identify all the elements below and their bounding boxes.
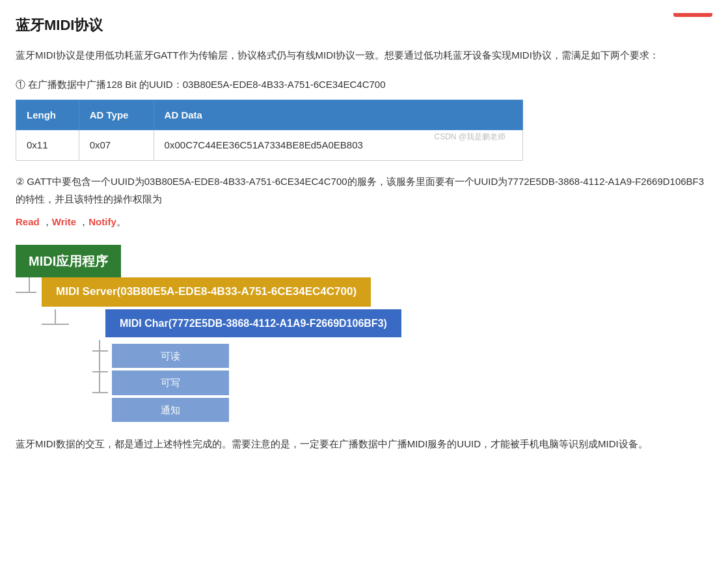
step1-label: ① 在广播数据中广播128 Bit 的UUID：03B80E5A-EDE8-4B…: [16, 76, 712, 93]
cell-addata: 0x00C7C44EE36C51A7334BE8Ed5A0EB803 CSDN …: [154, 130, 522, 161]
footer-text: 蓝牙MIDI数据的交互，都是通过上述特性完成的。需要注意的是，一定要在广播数据中…: [16, 435, 712, 453]
perm-box-notify: 通知: [112, 398, 229, 423]
perm-box-write: 可写: [112, 370, 229, 395]
midi-diagram: MIDI应用程序 MIDI Server(03B80E5A-EDE8-: [16, 245, 712, 423]
comma2: ，: [76, 216, 88, 227]
perm-box-read: 可读: [112, 344, 229, 369]
midi-char-box: MIDI Char(7772E5DB-3868-4112-A1A9-F2669D…: [105, 309, 401, 337]
table-header-length: Lengh: [16, 100, 79, 130]
comma1: ，: [40, 216, 52, 227]
perm-write: Write: [52, 216, 76, 227]
midi-app-box: MIDI应用程序: [16, 245, 121, 277]
cell-length: 0x11: [16, 130, 79, 161]
uuid-table: Lengh AD Type AD Data 0x11 0x07 0x00C7C4…: [16, 100, 523, 161]
table-header-addata: AD Data: [154, 100, 522, 130]
permissions-line: Read ，Write ，Notify。: [16, 214, 712, 231]
perm-end: 。: [116, 216, 126, 227]
cell-adtype: 0x07: [79, 130, 154, 161]
perm-notify: Notify: [88, 216, 116, 227]
table-row: 0x11 0x07 0x00C7C44EE36C51A7334BE8Ed5A0E…: [16, 130, 523, 161]
page-title: 蓝牙MIDI协议: [16, 13, 712, 37]
midi-server-box: MIDI Server(03B80E5A-EDE8-4B33-A751-6CE3…: [42, 277, 371, 307]
table-header-adtype: AD Type: [79, 100, 154, 130]
intro-paragraph: 蓝牙MIDI协议是使用低功耗蓝牙GATT作为传输层，协议格式仍与有线MIDI协议…: [16, 46, 712, 64]
perm-read: Read: [16, 216, 40, 227]
csdn-watermark: CSDN @我是鹏老师: [434, 130, 506, 143]
step2-label: ② GATT中要包含一个UUID为03B80E5A-EDE8-4B33-A751…: [16, 173, 712, 209]
